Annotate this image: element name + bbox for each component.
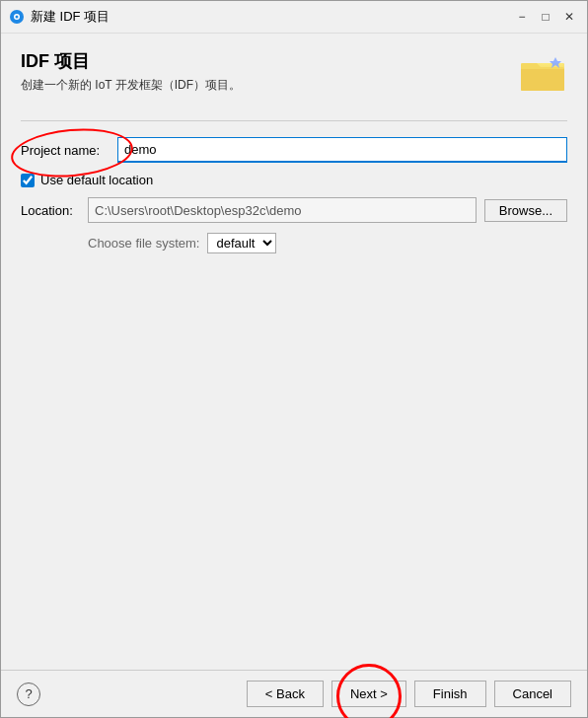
bottom-bar: ? < Back Next > Finish Cancel [1,670,587,717]
form-section: Project name: Use default location Locat… [21,137,567,253]
back-button[interactable]: < Back [247,681,324,707]
filesystem-row: Choose file system: default littlefs spi… [88,233,567,253]
location-row: Location: Browse... [21,197,567,223]
use-default-checkbox[interactable] [21,174,35,187]
dialog-content: IDF 项目 创建一个新的 IoT 开发框架（IDF）项目。 [1,34,587,670]
restore-button[interactable]: □ [536,7,555,27]
page-subtitle: 创建一个新的 IoT 开发框架（IDF）项目。 [21,77,518,94]
use-default-label[interactable]: Use default location [40,173,153,187]
dialog-window: 新建 IDF 项目 − □ ✕ IDF 项目 创建一个新的 IoT 开发框架（I… [0,0,588,718]
separator [21,120,567,121]
filesystem-select[interactable]: default littlefs spiffs [207,233,276,253]
title-bar: 新建 IDF 项目 − □ ✕ [1,1,587,34]
project-name-input[interactable] [117,137,567,163]
header-text: IDF 项目 创建一个新的 IoT 开发框架（IDF）项目。 [21,49,518,94]
folder-icon [518,49,567,99]
title-bar-controls: − □ ✕ [512,7,579,27]
cancel-button[interactable]: Cancel [494,681,571,707]
filesystem-label: Choose file system: [88,236,199,251]
title-bar-text: 新建 IDF 项目 [31,8,512,26]
project-name-label: Project name: [21,143,110,158]
location-label: Location: [21,203,80,218]
browse-button[interactable]: Browse... [484,199,567,222]
page-title: IDF 项目 [21,49,518,73]
location-input[interactable] [88,197,477,223]
svg-point-2 [16,16,19,19]
use-default-row: Use default location [21,173,567,187]
project-name-row: Project name: [21,137,567,163]
minimize-button[interactable]: − [512,7,532,27]
finish-button[interactable]: Finish [414,681,486,707]
help-button[interactable]: ? [17,682,40,706]
header-section: IDF 项目 创建一个新的 IoT 开发框架（IDF）项目。 [21,49,567,99]
main-area [21,253,567,654]
close-button[interactable]: ✕ [559,7,579,27]
next-button[interactable]: Next > [331,681,406,707]
app-icon [9,9,25,25]
